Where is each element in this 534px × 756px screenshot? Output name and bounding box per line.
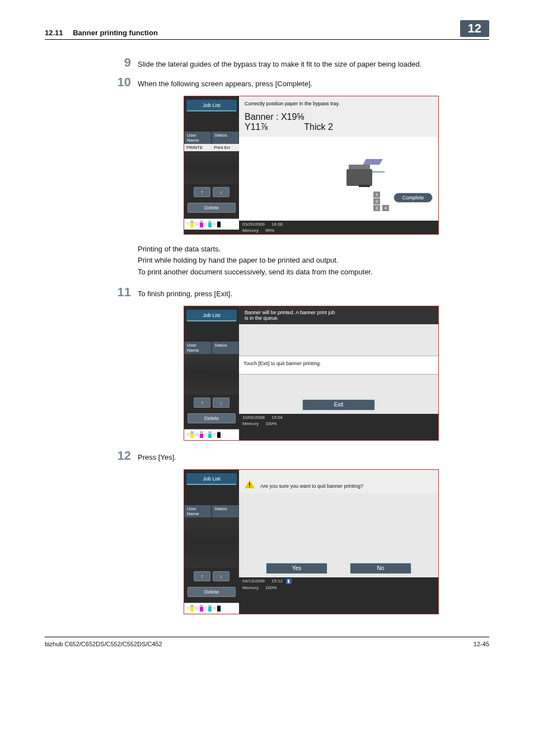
job-list-button[interactable]: Job List — [186, 473, 237, 485]
page-header: 12.11 Banner printing function 12 — [45, 20, 489, 40]
step-text: Press [Yes]. — [138, 450, 176, 464]
memory-label: Memory — [242, 585, 259, 590]
time-text: 15:12 — [271, 578, 283, 584]
col-user: User Name — [185, 132, 211, 144]
toner-levels: Y M C K — [184, 218, 239, 230]
step-11: 11 To finish printing, press [Exit]. — [45, 286, 489, 300]
step-number: 12 — [111, 450, 138, 462]
date-text: 04/13/2009 — [242, 578, 265, 584]
step-text: When the following screen appears, press… — [138, 76, 312, 90]
banner-label: Banner : — [245, 112, 278, 122]
data-icon — [286, 578, 292, 584]
job-list-button[interactable]: Job List — [186, 100, 237, 111]
instruction-text: Banner will be printed. A banner print j… — [239, 306, 438, 324]
delete-button[interactable]: Delete — [188, 587, 236, 597]
col-status: Status — [212, 132, 238, 144]
exit-button[interactable]: Exit — [302, 399, 375, 410]
warning-icon — [245, 475, 255, 488]
step-text: To finish printing, press [Exit]. — [138, 286, 232, 300]
step-number: 9 — [111, 57, 138, 69]
col-status: Status — [212, 342, 238, 354]
date-text: 10/06/2008 — [242, 415, 265, 420]
step-number: 10 — [111, 76, 138, 88]
no-button[interactable]: No — [350, 563, 411, 574]
screenshot-yesno: Job List User Name Status ↑ ↓ Delete Y M… — [184, 469, 439, 614]
memory-value: 100% — [265, 421, 277, 426]
complete-button[interactable]: Complete — [394, 193, 433, 203]
model-text: bizhub C652/C652DS/C552/C552DS/C452 — [45, 641, 162, 647]
yes-button[interactable]: Yes — [266, 563, 327, 574]
toner-levels: Y M C K — [184, 603, 239, 614]
time-text: 15:04 — [271, 415, 283, 420]
arrow-up-button[interactable]: ↑ — [194, 571, 210, 581]
delete-button[interactable]: Delete — [188, 203, 236, 213]
step-10: 10 When the following screen appears, pr… — [45, 76, 489, 90]
post-text: Print while holding by hand the paper to… — [138, 255, 489, 267]
page-number: 12-45 — [474, 641, 489, 647]
memory-value: 100% — [265, 585, 277, 590]
col-user: User Name — [185, 505, 211, 517]
table-row[interactable]: PRINTE Print Err — [184, 144, 239, 151]
section-title: Banner printing function — [73, 29, 158, 37]
thick-label: Thick 2 — [304, 122, 333, 132]
step-9: 9 Slide the lateral guides of the bypass… — [45, 57, 489, 71]
time-text: 16:00 — [271, 222, 283, 227]
step-text: Slide the lateral guides of the bypass t… — [138, 57, 421, 71]
toner-levels: Y M C K — [184, 429, 239, 440]
post-text: Printing of the data starts. — [138, 244, 489, 255]
arrow-down-button[interactable]: ↓ — [213, 398, 229, 408]
col-user: User Name — [185, 342, 211, 354]
hint-text: Touch [Exit] to quit banner printing. — [239, 356, 438, 375]
job-list-button[interactable]: Job List — [186, 310, 237, 321]
confirm-text: Are you sure you want to quit banner pri… — [260, 483, 363, 489]
step-number: 11 — [111, 286, 138, 298]
printer-icon — [343, 159, 382, 193]
instruction-text: Correctly position paper in the bypass t… — [245, 101, 433, 106]
step-12: 12 Press [Yes]. — [45, 450, 489, 464]
screenshot-complete: Job List User Name Status PRINTE Print E… — [184, 96, 439, 235]
chapter-badge: 12 — [460, 20, 489, 37]
page-footer: bizhub C652/C652DS/C552/C552DS/C452 12-4… — [45, 637, 489, 647]
date-text: 03/26/2009 — [242, 222, 265, 227]
delete-button[interactable]: Delete — [188, 413, 236, 423]
screenshot-exit: Job List User Name Status ↑ ↓ Delete Y M… — [184, 306, 439, 441]
arrow-down-button[interactable]: ↓ — [213, 571, 229, 581]
arrow-up-button[interactable]: ↑ — [194, 398, 210, 408]
arrow-up-button[interactable]: ↑ — [194, 187, 210, 197]
section-number: 12.11 — [45, 29, 63, 37]
memory-value: 99% — [265, 228, 274, 233]
memory-label: Memory — [242, 228, 259, 233]
col-status: Status — [212, 505, 238, 517]
post-text: To print another document successively, … — [138, 267, 489, 278]
arrow-down-button[interactable]: ↓ — [213, 187, 229, 197]
memory-label: Memory — [242, 421, 259, 426]
